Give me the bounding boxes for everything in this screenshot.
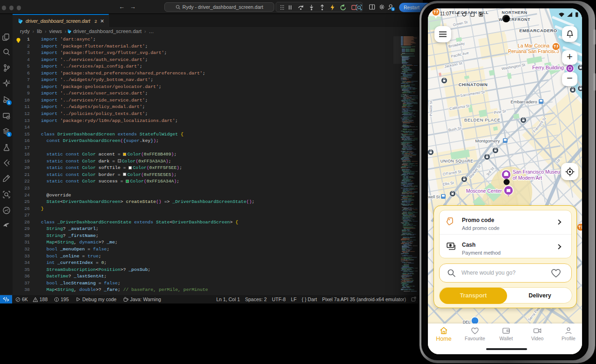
svg-text:La Mar Cocina: La Mar Cocina	[518, 43, 549, 48]
svg-text:Peruana San Francisco: Peruana San Francisco	[508, 48, 559, 54]
svg-text:San Francisco Museu: San Francisco Museu	[513, 169, 560, 175]
svg-text:well St: well St	[428, 195, 440, 199]
svg-text:Powell St: Powell St	[429, 101, 433, 116]
svg-text:CHINATOWN: CHINATOWN	[459, 82, 488, 87]
svg-text:Moscone Center: Moscone Center	[466, 188, 502, 194]
svg-text:Ferry Building: Ferry Building	[532, 65, 564, 70]
svg-text:Montgomery: Montgomery	[475, 138, 500, 143]
svg-text:of Modern Art: of Modern Art	[513, 175, 542, 181]
svg-text:Embarcadero: Embarcadero	[510, 99, 537, 104]
svg-text:BELDEN PLACE: BELDEN PLACE	[464, 117, 501, 122]
svg-text:EMBARCADERO: EMBARCADERO	[519, 28, 557, 33]
svg-text:UNION SQUARE: UNION SQUARE	[440, 159, 473, 163]
